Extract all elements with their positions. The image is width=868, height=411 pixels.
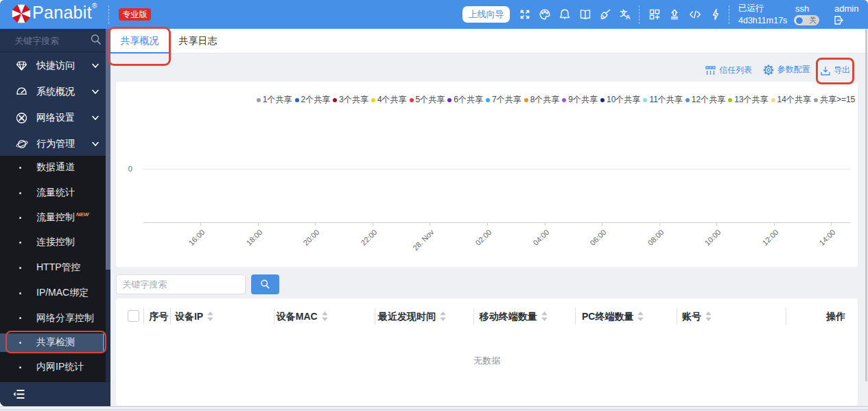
svg-text:A: A: [626, 13, 631, 21]
